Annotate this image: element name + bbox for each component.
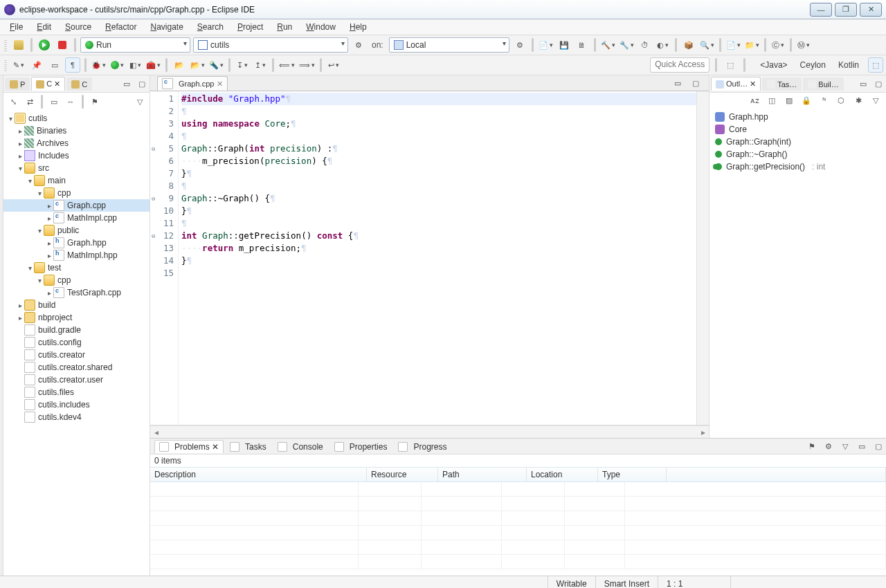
maximize-button[interactable]: ❐	[835, 3, 857, 17]
last-edit-button[interactable]: ↩▾	[326, 57, 341, 73]
debug-dropdown[interactable]: 🐞▾	[91, 57, 107, 73]
left-tab-1[interactable]: C ✕	[31, 77, 65, 91]
toggle-block-button[interactable]: ▭	[47, 57, 62, 73]
edit-button[interactable]: ✎▾	[11, 57, 26, 73]
outline-tree[interactable]: Graph.hppCoreGraph::Graph(int)Graph::~Gr…	[709, 108, 886, 438]
build-button[interactable]	[11, 37, 26, 53]
left-panel-control[interactable]: ▢	[134, 76, 150, 91]
prev-annotation-button[interactable]: ↥▾	[253, 57, 268, 73]
problems-table[interactable]: DescriptionResourcePathLocationType	[150, 467, 886, 576]
problems-col-type[interactable]: Type	[598, 468, 667, 481]
focus-button[interactable]: ▭	[47, 95, 61, 109]
toolbar-grip[interactable]	[4, 59, 7, 71]
bottom-panel-control[interactable]: ⚙	[821, 439, 836, 454]
project-explorer-tree[interactable]: ▾cutils▸Binaries▸Archives▸Includes▾src▾m…	[3, 111, 150, 576]
problems-col-resource[interactable]: Resource	[367, 468, 438, 481]
launch-config-select[interactable]: Run	[80, 37, 190, 53]
menu-window[interactable]: Window	[300, 21, 341, 33]
open-folder-dropdown[interactable]: 📂▾	[190, 57, 206, 73]
right-panel-control[interactable]: ▭	[856, 76, 871, 91]
tree-item-cutils-creator-shared[interactable]: ·cutils.creator.shared	[3, 361, 150, 374]
perspective-ceylon[interactable]: Ceylon	[795, 58, 831, 72]
open-type-button[interactable]: 📦	[681, 37, 696, 53]
bottom-tab-properties[interactable]: Properties	[329, 440, 392, 453]
vertical-scrollbar[interactable]	[696, 91, 709, 425]
group-button[interactable]: ⬡	[833, 93, 849, 108]
toolbar-grip[interactable]	[4, 39, 7, 51]
outline-menu-button[interactable]: ▽	[868, 93, 883, 108]
tree-item-public[interactable]: ▾public	[3, 224, 150, 237]
tree-item-mathimpl-hpp[interactable]: ▸MathImpl.hpp	[3, 249, 150, 261]
line-number-gutter[interactable]: 1234⊖5678⊖91011⊖12131415	[150, 91, 179, 425]
hide-inactive-button[interactable]: ᴺ	[816, 93, 831, 108]
tree-item-cutils-creator-user[interactable]: ·cutils.creator.user	[3, 374, 150, 386]
menu-edit[interactable]: Edit	[31, 21, 57, 33]
left-tab-0[interactable]: P	[5, 77, 30, 91]
problems-col-description[interactable]: Description	[150, 468, 367, 481]
tree-item-testgraph-cpp[interactable]: ▸TestGraph.cpp	[3, 286, 150, 299]
minimize-button[interactable]: —	[810, 3, 832, 17]
tree-item-cutils-creator[interactable]: ·cutils.creator	[3, 349, 150, 361]
outline-item[interactable]: Graph::Graph(int)	[709, 136, 886, 148]
tree-item-build[interactable]: ▸build	[3, 299, 150, 311]
next-annotation-button[interactable]: ↧▾	[235, 57, 250, 73]
coverage-button[interactable]: ◐▾	[656, 37, 671, 53]
launch-target-settings[interactable]: ⚙	[512, 37, 527, 53]
perspective-java[interactable]: <Java>	[755, 58, 792, 72]
editor-tab-graph-cpp[interactable]: Graph.cpp ✕	[157, 76, 228, 91]
profile-button[interactable]: ⏱	[638, 37, 653, 53]
close-tab-icon[interactable]: ✕	[217, 80, 223, 89]
bottom-panel-control[interactable]: ⚑	[804, 439, 820, 454]
current-perspective-button[interactable]: ⬚	[868, 57, 883, 73]
show-whitespace-button[interactable]: ¶	[65, 57, 80, 73]
open-folder-button[interactable]: 📂	[172, 57, 187, 73]
back-button[interactable]: ⟸▾	[278, 57, 296, 73]
bottom-tab-progress[interactable]: Progress	[393, 440, 451, 453]
problems-col-path[interactable]: Path	[438, 468, 527, 481]
menu-run[interactable]: Run	[271, 21, 298, 33]
hide-nonpublic-button[interactable]: 🔒	[799, 93, 814, 108]
menu-search[interactable]: Search	[192, 21, 229, 33]
new-folder-dropdown[interactable]: 📁▾	[744, 37, 760, 53]
run-dropdown[interactable]: ▾	[109, 57, 125, 73]
external-tools-dropdown[interactable]: 🧰▾	[145, 57, 161, 73]
save-all-button[interactable]: 🗎	[575, 37, 590, 53]
collapse-all-button[interactable]: ⤡	[6, 95, 20, 109]
launch-project-settings[interactable]: ⚙	[351, 37, 366, 53]
outline-item[interactable]: Graph::getPrecision(): int	[709, 160, 886, 173]
editor-minimize-button[interactable]: ▭	[670, 75, 685, 91]
new-class-dropdown[interactable]: Ⓒ▾	[770, 37, 786, 53]
problems-table-header[interactable]: DescriptionResourcePathLocationType	[150, 467, 886, 482]
menu-refactor[interactable]: Refactor	[100, 21, 142, 33]
hide-static-button[interactable]: ▨	[781, 93, 797, 108]
bottom-tab-tasks[interactable]: Tasks	[225, 440, 271, 453]
new-file-dropdown[interactable]: 📄▾	[725, 37, 741, 53]
scroll-left-icon[interactable]: ◂	[150, 426, 162, 438]
stop-button[interactable]	[55, 37, 70, 53]
scroll-right-icon[interactable]: ▸	[697, 426, 709, 438]
editor-maximize-button[interactable]: ▢	[688, 75, 703, 91]
link-editor-button[interactable]: ⇄	[23, 95, 37, 109]
tree-item-cpp[interactable]: ▾cpp	[3, 274, 150, 286]
tree-item-test[interactable]: ▾test	[3, 261, 150, 274]
horizontal-scrollbar[interactable]: ◂ ▸	[150, 425, 709, 438]
tree-item-graph-hpp[interactable]: ▸Graph.hpp	[3, 237, 150, 249]
search-button[interactable]: 🔍▾	[699, 37, 715, 53]
sort-button[interactable]: ᴀᴢ	[747, 93, 762, 108]
perspective-kotlin[interactable]: Kotlin	[833, 58, 864, 72]
menu-file[interactable]: File	[4, 21, 28, 33]
filters-button[interactable]: ⚑	[88, 95, 102, 109]
tree-item-graph-cpp[interactable]: ▸Graph.cpp	[3, 199, 150, 212]
outline-item[interactable]: Graph::~Graph()	[709, 148, 886, 160]
left-panel-control[interactable]: ▭	[119, 76, 134, 91]
tree-item-cutils-files[interactable]: ·cutils.files	[3, 386, 150, 398]
build-all-button[interactable]: 🔨▾	[600, 37, 616, 53]
outline-item[interactable]: Core	[709, 123, 886, 136]
hide-fields-button[interactable]: ◫	[764, 93, 779, 108]
tree-item-main[interactable]: ▾main	[3, 174, 150, 187]
outline-settings-button[interactable]: ✱	[851, 93, 866, 108]
bottom-panel-control[interactable]: ▽	[838, 439, 853, 454]
pin-editor-button[interactable]: 📌	[29, 57, 44, 73]
menu-navigate[interactable]: Navigate	[145, 21, 188, 33]
code-area[interactable]: #include "Graph.hpp"¶¶using namespace Co…	[179, 91, 696, 425]
